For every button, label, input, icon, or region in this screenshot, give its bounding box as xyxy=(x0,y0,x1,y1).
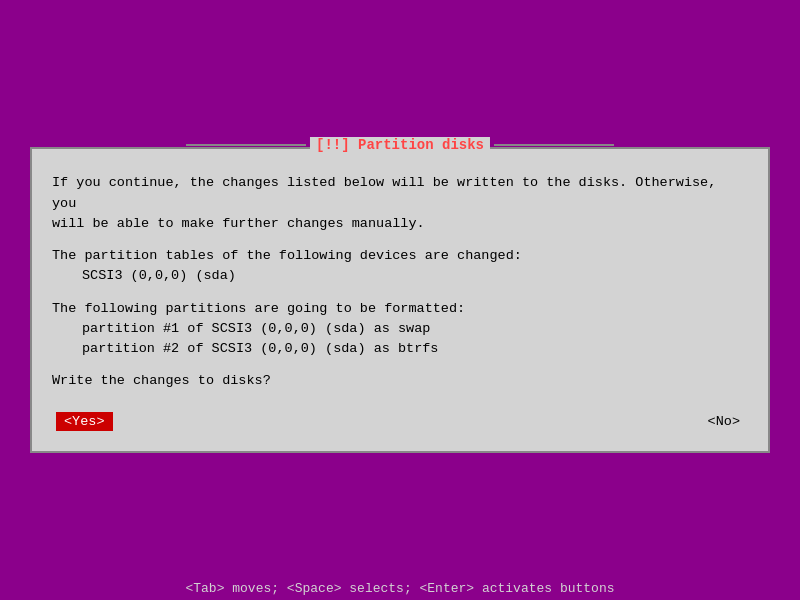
dialog-title: [!!] Partition disks xyxy=(310,137,490,153)
body-text-line6: partition #1 of SCSI3 (0,0,0) (sda) as s… xyxy=(82,321,430,336)
body-text-line2: will be able to make further changes man… xyxy=(52,216,425,231)
title-bar: [!!] Partition disks xyxy=(186,137,614,153)
dialog-box: [!!] Partition disks If you continue, th… xyxy=(30,147,770,452)
body-text-line3: The partition tables of the following de… xyxy=(52,248,522,263)
status-bar: <Tab> moves; <Space> selects; <Enter> ac… xyxy=(0,577,800,600)
buttons-row: <Yes> <No> xyxy=(52,412,748,431)
dialog-content: If you continue, the changes listed belo… xyxy=(32,149,768,450)
body-text-line8: Write the changes to disks? xyxy=(52,373,271,388)
body-text-line4: SCSI3 (0,0,0) (sda) xyxy=(82,268,236,283)
body-text-line5: The following partitions are going to be… xyxy=(52,301,465,316)
no-button[interactable]: <No> xyxy=(704,412,744,431)
body-text-line7: partition #2 of SCSI3 (0,0,0) (sda) as b… xyxy=(82,341,438,356)
dialog-body: If you continue, the changes listed belo… xyxy=(52,173,748,391)
yes-button[interactable]: <Yes> xyxy=(56,412,113,431)
status-bar-text: <Tab> moves; <Space> selects; <Enter> ac… xyxy=(185,581,614,596)
body-text-line1: If you continue, the changes listed belo… xyxy=(52,175,716,210)
